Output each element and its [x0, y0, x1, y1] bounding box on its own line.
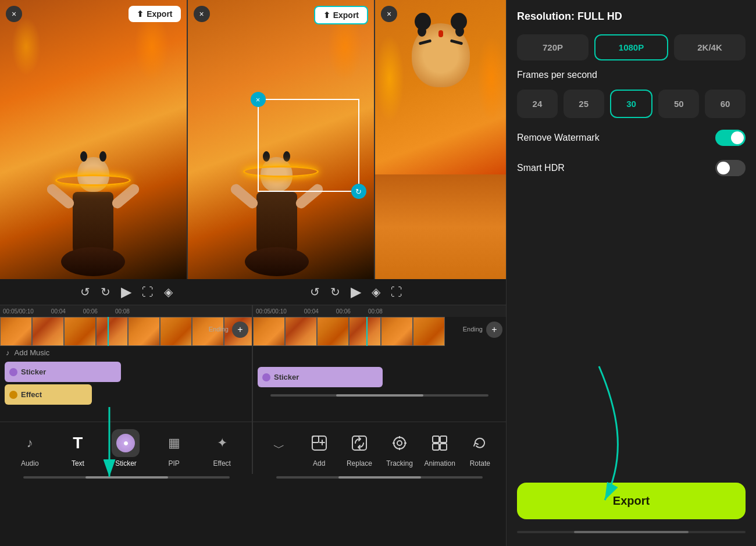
replace-label: Replace	[347, 459, 372, 468]
smart-hdr-row: Smart HDR	[517, 158, 746, 179]
audio-tool[interactable]: ♪ Audio	[12, 429, 47, 468]
tick-06-left: 00:06	[83, 308, 98, 315]
tick-06-center: 00:06	[336, 308, 351, 315]
add-clip-center[interactable]: +	[486, 322, 502, 338]
fullscreen-icon[interactable]: ⛶	[391, 286, 402, 299]
fps-60-button[interactable]: 60	[705, 90, 746, 118]
time-current-center: 00:05/00:10	[256, 308, 287, 315]
text-tool[interactable]: T Text	[60, 429, 95, 468]
svg-rect-11	[433, 444, 439, 450]
chevron-down[interactable]: ﹀	[262, 434, 297, 462]
svg-point-4	[397, 441, 402, 445]
playhead-left[interactable]	[108, 317, 109, 346]
text-label: Text	[72, 459, 84, 468]
film-frame	[381, 317, 413, 346]
resolution-options: 720P 1080P 2K/4K	[517, 34, 746, 60]
selection-rotate[interactable]: ↻	[351, 184, 366, 199]
remove-watermark-label: Remove Watermark	[517, 133, 600, 143]
svg-point-3	[394, 437, 405, 449]
sticker-label: Sticker	[115, 459, 137, 468]
center-panel-close[interactable]: ×	[194, 6, 210, 22]
playhead-center[interactable]	[366, 317, 368, 346]
effect-label: Effect	[213, 459, 230, 468]
film-frame	[64, 317, 96, 346]
resolution-title: Resolution: FULL HD	[517, 10, 746, 23]
redo-left-button[interactable]: ↻	[101, 285, 110, 299]
remove-watermark-toggle[interactable]	[715, 130, 746, 146]
effect-dot	[9, 391, 17, 399]
animation-tool[interactable]: Animation	[422, 429, 457, 468]
rotate-label: Rotate	[470, 459, 490, 468]
sticker-track-center[interactable]: Sticker	[258, 367, 383, 387]
main-export-button[interactable]: Export	[517, 483, 746, 519]
tracking-tool[interactable]: Tracking	[382, 429, 417, 468]
rotate-icon	[466, 429, 494, 457]
film-frame	[128, 317, 160, 346]
fps-30-button[interactable]: 30	[610, 90, 653, 118]
tick-08-left: 00:08	[115, 308, 130, 315]
ending-label-center: Ending	[463, 326, 483, 333]
selection-close[interactable]: ×	[251, 92, 266, 107]
pip-tool[interactable]: ▦ PIP	[156, 429, 191, 468]
res-1080p-button[interactable]: 1080P	[594, 34, 668, 60]
remove-watermark-row: Remove Watermark	[517, 127, 746, 148]
center-timeline: 00:05/00:10 00:04 00:06 00:08 + End	[253, 305, 506, 422]
left-export-button[interactable]: ⬆ Export	[129, 6, 180, 22]
effect-icon: ✦	[208, 429, 236, 457]
right-panel-scrollbar	[517, 531, 746, 533]
add-music-button[interactable]: ♪ Add Music	[0, 346, 252, 359]
sticker-tool[interactable]: ● Sticker	[108, 429, 143, 468]
add-label: Add	[313, 459, 325, 468]
undo-center-button[interactable]: ↺	[310, 285, 320, 299]
toggle-knob-hdr	[717, 162, 730, 174]
center-controls: ↺ ↻ ▶ ◈ ⛶	[253, 284, 459, 300]
smart-hdr-label: Smart HDR	[517, 163, 565, 173]
toggle-knob	[731, 131, 744, 144]
replace-tool[interactable]: Replace	[342, 429, 377, 468]
fps-24-button[interactable]: 24	[517, 90, 558, 118]
left-timeline: 00:05/00:10 00:04 00:06 00:08	[0, 305, 253, 422]
center-export-button[interactable]: ⬆ Export	[314, 6, 368, 24]
film-frame	[317, 317, 349, 346]
play-left-button[interactable]: ▶	[121, 284, 131, 300]
right-preview-panel: ×	[375, 0, 506, 279]
right-small-panel-close[interactable]: ×	[381, 6, 397, 22]
film-frame	[0, 317, 32, 346]
add-tool[interactable]: Add	[302, 429, 337, 468]
add-icon	[305, 429, 333, 457]
audio-label: Audio	[21, 459, 39, 468]
tick-04-left: 00:04	[51, 308, 66, 315]
crop-icon[interactable]: ⛶	[142, 286, 154, 299]
magic-icon[interactable]: ◈	[164, 285, 173, 299]
effect-tool[interactable]: ✦ Effect	[205, 429, 240, 468]
film-frame	[160, 317, 192, 346]
left-controls: ↺ ↻ ▶ ⛶ ◈	[0, 284, 253, 300]
pip-label: PIP	[168, 459, 179, 468]
left-panel-close[interactable]: ×	[6, 6, 22, 22]
effect-track[interactable]: Effect	[5, 384, 92, 405]
selection-box[interactable]: × ↻	[258, 99, 359, 192]
svg-rect-9	[433, 436, 439, 442]
pip-icon: ▦	[160, 429, 188, 457]
fps-25-button[interactable]: 25	[564, 90, 604, 118]
res-2k4k-button[interactable]: 2K/4K	[674, 34, 746, 60]
fps-50-button[interactable]: 50	[658, 90, 699, 118]
play-center-button[interactable]: ▶	[351, 284, 361, 300]
film-frame	[253, 317, 285, 346]
bottom-toolbar-left: ♪ Audio T Text ● Sticker ▦ PIP	[0, 422, 253, 474]
keyframe-icon[interactable]: ◈	[372, 285, 380, 299]
redo-center-button[interactable]: ↻	[330, 285, 340, 299]
film-frame	[32, 317, 64, 346]
text-icon: T	[64, 429, 92, 457]
music-icon: ♪	[6, 348, 10, 357]
undo-left-button[interactable]: ↺	[80, 285, 90, 299]
sticker-icon: ●	[112, 429, 140, 457]
sticker-track-left[interactable]: Sticker	[5, 362, 121, 382]
res-720p-button[interactable]: 720P	[517, 34, 589, 60]
export-upload-icon: ⬆	[137, 9, 144, 19]
left-preview-panel: × ⬆ Export	[0, 0, 188, 279]
rotate-tool[interactable]: Rotate	[462, 429, 497, 468]
smart-hdr-toggle[interactable]	[715, 160, 746, 176]
add-clip-left[interactable]: +	[232, 322, 248, 338]
export-upload-icon2: ⬆	[323, 10, 330, 20]
